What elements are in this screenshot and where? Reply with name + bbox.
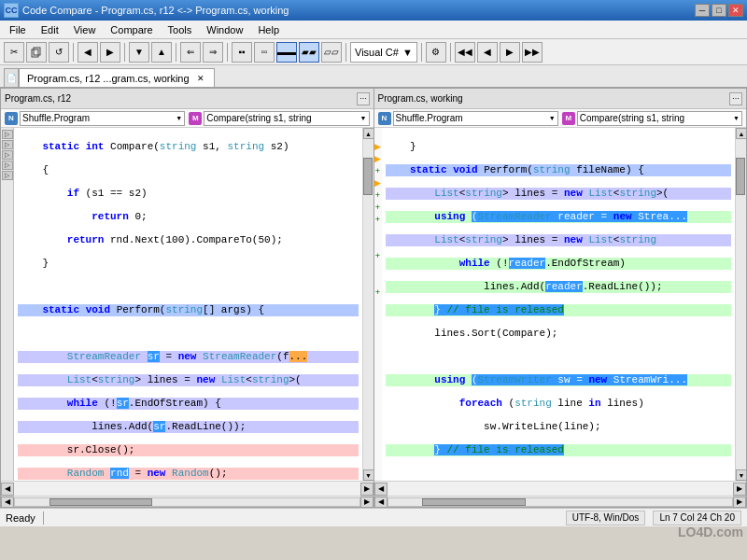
left-file-label: Program.cs, r12: [5, 93, 71, 104]
code-line: sw.WriteLine(line);: [386, 421, 732, 433]
refresh-button[interactable]: ↺: [49, 42, 69, 63]
right-scroll-left[interactable]: ◀: [374, 497, 388, 508]
code-line-diff: lines.Add(sr.ReadLine());: [18, 421, 359, 433]
code-line-diff: while (!reader.EndOfStream): [386, 258, 732, 270]
right-func-bar: N Shuffle.Program ▼ M Compare(string s1,…: [374, 109, 747, 128]
prev-button[interactable]: ◀: [78, 42, 98, 63]
left-code-area: ▷ ▷ ▷ ▷ ▷ static int Compare(string s1, …: [1, 128, 374, 481]
tab-label: Program.cs, r12 ...gram.cs, working: [27, 73, 190, 84]
right-scroll-up[interactable]: ▲: [736, 128, 746, 139]
left-code-container[interactable]: static int Compare(string s1, string s2)…: [14, 128, 362, 481]
right-scroll-track[interactable]: [388, 497, 734, 507]
nav-btn-2[interactable]: ◀: [477, 42, 498, 63]
right-nav-next[interactable]: ▶: [733, 483, 746, 496]
view-mode-5[interactable]: ▱▱: [321, 42, 342, 63]
view-mode-2[interactable]: ▫▫: [254, 42, 275, 63]
right-pane-header: Program.cs, working ⋯: [374, 89, 747, 109]
left-namespace-dropdown[interactable]: Shuffle.Program ▼: [20, 111, 185, 126]
right-scroll-thumb[interactable]: [736, 158, 745, 195]
minimize-button[interactable]: ─: [695, 4, 710, 17]
editor-area: Program.cs, r12 ⋯ N Shuffle.Program ▼ M …: [0, 88, 747, 508]
code-line: if (s1 == s2): [18, 188, 359, 200]
right-scroll-track[interactable]: [736, 139, 746, 469]
left-scroll-track[interactable]: [363, 139, 374, 469]
left-scroll-thumb[interactable]: [363, 158, 373, 195]
left-scroll-thumb-h[interactable]: [49, 498, 153, 506]
left-ctrl-5[interactable]: ▷: [2, 171, 13, 180]
left-func-dropdown[interactable]: Compare(string s1, string ▼: [204, 111, 369, 126]
code-line: return 0;: [18, 211, 359, 223]
code-line-diff: Random rnd = new Random();: [18, 468, 359, 480]
code-line: }: [386, 141, 732, 153]
menu-view[interactable]: View: [66, 22, 104, 37]
tab-main[interactable]: Program.cs, r12 ...gram.cs, working ✕: [19, 68, 215, 87]
right-code-lines: } static void Perform(string fileName) {…: [382, 128, 736, 481]
code-line: foreach (string line in lines): [386, 398, 732, 410]
menu-window[interactable]: Window: [199, 22, 250, 37]
left-scroll-up[interactable]: ▲: [363, 128, 374, 139]
nav-btn-3[interactable]: ▶: [500, 42, 520, 63]
window-title: Code Compare - Program.cs, r12 <-> Progr…: [22, 5, 289, 16]
left-scroll-down[interactable]: ▼: [363, 469, 374, 481]
toolbar-sep-2: [124, 43, 125, 62]
code-line: static int Compare(string s1, string s2): [18, 141, 359, 153]
close-button[interactable]: ✕: [728, 4, 743, 17]
right-func-dropdown[interactable]: Compare(string s1, string ▼: [577, 111, 742, 126]
left-pane-menu[interactable]: ⋯: [357, 92, 370, 105]
right-code-container[interactable]: } static void Perform(string fileName) {…: [382, 128, 736, 481]
merge-right-button[interactable]: ⇒: [203, 42, 223, 63]
left-bottom-nav: ◀ ▶: [1, 481, 374, 496]
down-button[interactable]: ▼: [129, 42, 149, 63]
right-namespace-dropdown[interactable]: Shuffle.Program ▼: [393, 111, 558, 126]
left-ctrl-4[interactable]: ▷: [2, 161, 13, 170]
tab-close-button[interactable]: ✕: [195, 73, 206, 84]
view-mode-3[interactable]: ▬▬: [276, 42, 297, 63]
right-nav-prev[interactable]: ◀: [374, 483, 388, 496]
menu-file[interactable]: File: [2, 22, 34, 37]
right-scroll-right[interactable]: ▶: [733, 497, 746, 508]
code-line: [386, 468, 732, 480]
right-scroll-thumb-h[interactable]: [422, 498, 526, 506]
copy-button[interactable]: [26, 42, 47, 63]
merge-left-button[interactable]: ⇐: [180, 42, 201, 63]
view-mode-4[interactable]: ▰▰: [299, 42, 319, 63]
right-ns-icon: N: [378, 112, 391, 125]
left-pane-header: Program.cs, r12 ⋯: [1, 89, 374, 109]
view-mode-1[interactable]: ▪▪: [232, 42, 252, 63]
menu-bar: File Edit View Compare Tools Window Help: [0, 21, 747, 39]
menu-tools[interactable]: Tools: [161, 22, 200, 37]
left-nav-prev[interactable]: ◀: [1, 483, 14, 496]
code-line: [18, 328, 359, 340]
nav-btn-4[interactable]: ▶▶: [522, 42, 543, 63]
up-button[interactable]: ▲: [151, 42, 172, 63]
left-nav-next[interactable]: ▶: [360, 483, 374, 496]
code-line-diff: using (StreamReader reader = new Strea..…: [386, 211, 732, 223]
left-ctrl-3[interactable]: ▷: [2, 150, 13, 160]
maximize-button[interactable]: □: [712, 4, 726, 17]
cut-button[interactable]: ✂: [4, 42, 24, 63]
left-horiz-scroll[interactable]: ◀ ▶: [1, 496, 374, 507]
right-vert-scroll[interactable]: ▲ ▼: [735, 128, 746, 481]
status-encoding: UTF-8, Win/Dos: [566, 511, 646, 525]
left-scroll-left[interactable]: ◀: [1, 497, 14, 508]
next-button[interactable]: ▶: [100, 42, 120, 63]
nav-btn-1[interactable]: ◀◀: [455, 42, 475, 63]
left-scroll-right[interactable]: ▶: [360, 497, 374, 508]
language-dropdown[interactable]: Visual C# ▼: [350, 42, 417, 63]
menu-compare[interactable]: Compare: [103, 22, 160, 37]
toolbar-sep-5: [345, 43, 346, 62]
left-ctrl-2[interactable]: ▷: [2, 140, 13, 149]
right-horiz-scroll[interactable]: ◀ ▶: [374, 496, 747, 507]
left-func-icon: M: [189, 112, 202, 125]
options-button[interactable]: ⚙: [426, 42, 446, 63]
menu-edit[interactable]: Edit: [34, 22, 66, 37]
left-controls: ▷ ▷ ▷ ▷ ▷: [1, 128, 14, 481]
left-ctrl-1[interactable]: ▷: [2, 130, 13, 139]
left-vert-scroll[interactable]: ▲ ▼: [362, 128, 374, 481]
right-code-area: ▶ ▶ + ▶ + + + + + } static void Perform(…: [374, 128, 747, 481]
left-scroll-track[interactable]: [14, 497, 360, 507]
right-pane-menu[interactable]: ⋯: [729, 92, 742, 105]
right-scroll-down[interactable]: ▼: [736, 469, 746, 481]
menu-help[interactable]: Help: [250, 22, 287, 37]
toolbar-sep-4: [227, 43, 228, 62]
